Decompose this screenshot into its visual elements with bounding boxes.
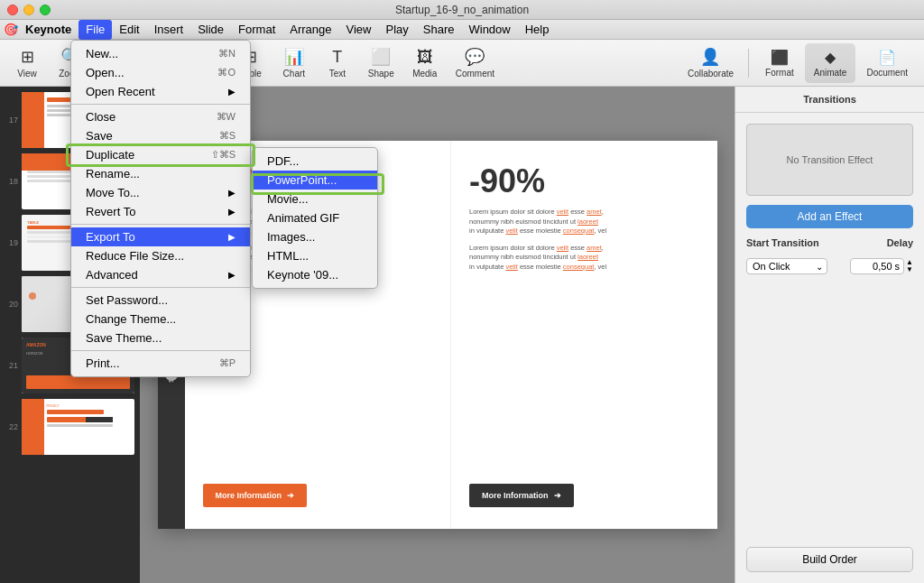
menu-edit[interactable]: Edit [112,20,146,40]
minimize-button[interactable] [23,5,34,15]
export-keynote-09[interactable]: Keynote '09... [253,265,377,284]
slide-btn-orange[interactable]: More Information ➔ [203,484,308,507]
slide-btn-orange-label: More Information [216,491,282,500]
toolbar-view-btn[interactable]: ⊞ View [7,43,47,83]
toolbar-collaborate-btn[interactable]: 👤 Collaborate [680,43,741,83]
toolbar-animate-btn[interactable]: ◆ Animate [805,43,856,83]
toolbar-document-btn[interactable]: 📄 Document [857,43,917,83]
menu-item-new-label: New... [86,47,118,60]
build-order-button[interactable]: Build Order [746,547,913,572]
menu-item-duplicate[interactable]: Duplicate ⇧⌘S [71,145,250,164]
export-movie[interactable]: Movie... [253,190,377,208]
toolbar-shape-btn[interactable]: ⬜ Shape [361,43,402,83]
menu-help[interactable]: Help [518,20,557,40]
menu-item-change-theme[interactable]: Change Theme... [71,310,250,329]
menu-window[interactable]: Window [461,20,517,40]
traffic-lights [7,5,51,15]
toolbar-format-btn[interactable]: ⬛ Format [756,43,803,83]
toolbar-right: ⬛ Format ◆ Animate 📄 Document [756,43,917,83]
export-images[interactable]: Images... [253,227,377,246]
stat-number-2: -90% [469,162,699,200]
export-submenu[interactable]: PDF... PowerPoint... Movie... Animated G… [252,147,378,289]
menu-item-save-label: Save [86,129,113,143]
menu-item-open-recent-label: Open Recent [86,85,155,98]
slide-btn-dark[interactable]: More Information ➔ [469,484,574,507]
media-icon: 🖼 [417,48,433,67]
export-powerpoint[interactable]: PowerPoint... [253,171,377,190]
transitions-content: No Transition Effect Add an Effect Start… [735,113,924,547]
slide-num-19: 19 [5,238,18,247]
menu-item-revert-to-label: Revert To [86,205,135,218]
menu-item-open-recent[interactable]: Open Recent ▶ [71,82,250,101]
menu-arrange[interactable]: Arrange [282,20,338,40]
menu-item-export-to[interactable]: Export To ▶ [71,227,250,246]
menu-item-new[interactable]: New... ⌘N [71,44,250,63]
menu-item-set-password[interactable]: Set Password... [71,291,250,310]
menu-share[interactable]: Share [416,20,462,40]
menu-insert[interactable]: Insert [147,20,191,40]
delay-input[interactable] [850,258,904,274]
menu-item-close[interactable]: Close ⌘W [71,107,250,126]
menu-item-reduce-file-size[interactable]: Reduce File Size... [71,246,250,265]
menu-item-advanced[interactable]: Advanced ▶ [71,265,250,284]
slide-num-22: 22 [5,422,18,431]
export-html[interactable]: HTML... [253,246,377,265]
text-icon: T [332,48,342,67]
toolbar-media-label: Media [412,69,437,79]
toolbar-collaborate-label: Collaborate [688,69,734,79]
delay-label: Delay [887,237,913,248]
maximize-button[interactable] [40,5,51,15]
menu-item-open[interactable]: Open... ⌘O [71,63,250,82]
menu-item-duplicate-label: Duplicate [86,148,134,162]
toolbar-comment-btn[interactable]: 💬 Comment [448,43,502,83]
menu-file[interactable]: File [79,20,112,40]
menu-item-rename-label: Rename... [86,167,140,180]
toolbar-chart-btn[interactable]: 📊 Chart [274,43,314,83]
transition-effect-label: No Transition Effect [787,154,873,165]
revert-to-arrow: ▶ [228,207,236,217]
slide-lorem-2b: Lorem ipsum dolor sit dolore velit esse … [469,244,699,273]
toolbar-media-btn[interactable]: 🖼 Media [405,43,445,83]
delay-down-arrow[interactable]: ▼ [906,266,913,273]
toolbar-text-btn[interactable]: T Text [318,43,357,83]
export-animated-gif[interactable]: Animated GIF [253,208,377,227]
menu-play[interactable]: Play [378,20,415,40]
menu-view[interactable]: View [339,20,379,40]
slide-btn-dark-arrow: ➔ [554,491,561,500]
delay-control: ▲ ▼ [850,258,913,274]
menu-item-rename[interactable]: Rename... [71,164,250,183]
separator-4 [71,350,250,351]
slide-thumb-22[interactable]: 22 PROJECT [4,397,136,457]
collaborate-icon: 👤 [700,47,720,67]
advanced-arrow: ▶ [228,270,236,280]
export-pdf[interactable]: PDF... [253,152,377,171]
toolbar-comment-label: Comment [456,69,494,79]
menu-item-save-theme[interactable]: Save Theme... [71,329,250,347]
chart-icon: 📊 [284,47,304,67]
menu-item-close-shortcut: ⌘W [217,111,236,123]
add-effect-button[interactable]: Add an Effect [746,205,913,228]
menu-item-print[interactable]: Print... ⌘P [71,354,250,373]
file-menu-dropdown[interactable]: New... ⌘N Open... ⌘O Open Recent ▶ Close… [70,40,251,377]
menu-item-advanced-label: Advanced [86,268,138,282]
menu-item-save-theme-label: Save Theme... [86,331,162,345]
menu-format[interactable]: Format [231,20,282,40]
menu-item-move-to[interactable]: Move To... ▶ [71,183,250,202]
separator-2 [71,224,250,225]
menu-item-save[interactable]: Save ⌘S [71,126,250,145]
slide-img-22: PROJECT [22,399,134,455]
close-button[interactable] [7,5,18,15]
start-transition-select-wrapper[interactable]: On Click [746,257,827,274]
move-to-arrow: ▶ [228,188,236,198]
separator3 [748,49,749,78]
menu-item-close-label: Close [86,110,116,124]
export-to-arrow: ▶ [228,232,236,242]
start-transition-select[interactable]: On Click [746,258,827,274]
comment-icon: 💬 [465,47,485,67]
toolbar-format-label: Format [765,68,794,78]
slide-num-18: 18 [5,177,18,186]
toolbar-view-label: View [17,69,37,79]
menu-slide[interactable]: Slide [190,20,231,40]
menu-item-revert-to[interactable]: Revert To ▶ [71,202,250,221]
delay-stepper[interactable]: ▲ ▼ [906,259,913,273]
